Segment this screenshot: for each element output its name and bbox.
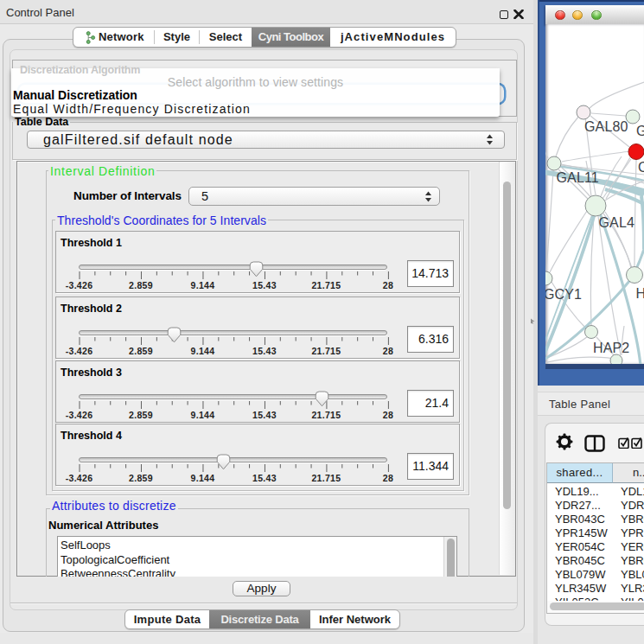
- svg-text:HA: HA: [636, 286, 644, 301]
- svg-text:GA: GA: [636, 124, 644, 138]
- svg-text:GAL4: GAL4: [599, 215, 635, 230]
- svg-text:GAL80: GAL80: [584, 119, 628, 134]
- svg-text:GCY1: GCY1: [545, 287, 582, 302]
- svg-text:HAP2: HAP2: [593, 341, 629, 355]
- svg-text:GAL11: GAL11: [557, 170, 599, 185]
- svg-text:C: C: [638, 160, 644, 175]
